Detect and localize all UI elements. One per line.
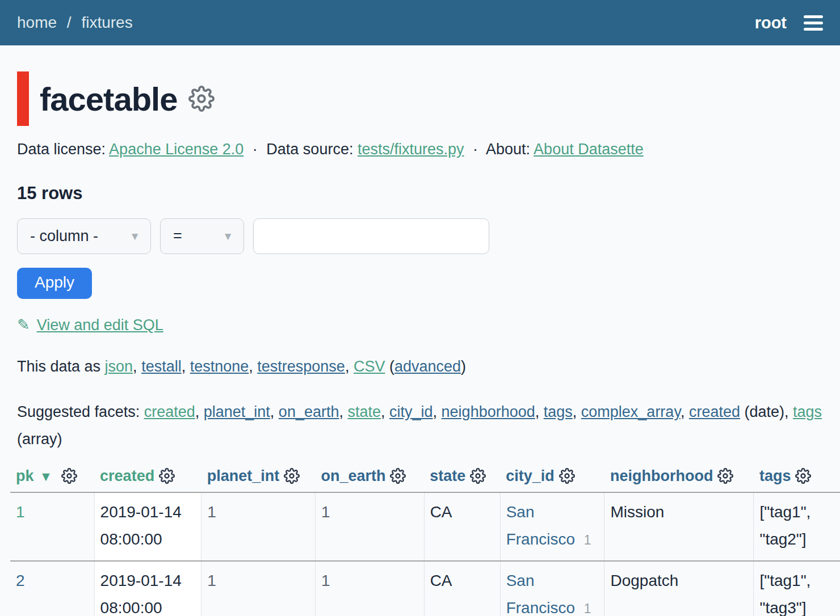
column-header-city_id: city_id bbox=[500, 464, 604, 492]
facet-link-tags[interactable]: tags bbox=[544, 403, 573, 420]
column-sort-link-tags[interactable]: tags bbox=[759, 467, 791, 484]
filter-operator-value: = bbox=[173, 227, 182, 245]
data-table: pk▼createdplanet_inton_earthstatecity_id… bbox=[10, 464, 840, 616]
separator-dot: · bbox=[473, 141, 478, 158]
cell-state: CA bbox=[424, 492, 500, 561]
cell-created: 2019-01-14 08:00:00 bbox=[94, 492, 201, 561]
cell-neighborhood: Mission bbox=[604, 492, 754, 561]
export-link-testresponse[interactable]: testresponse bbox=[257, 358, 345, 375]
filter-column-value: - column - bbox=[30, 227, 98, 245]
apply-button[interactable]: Apply bbox=[17, 268, 92, 299]
cell-value: 1 bbox=[207, 572, 216, 589]
row-link-city_id[interactable]: San Francisco bbox=[506, 572, 575, 616]
export-link-advanced[interactable]: advanced bbox=[394, 358, 461, 375]
table-header-row: pk▼createdplanet_inton_earthstatecity_id… bbox=[10, 464, 840, 492]
metadata-line: Data license: Apache License 2.0 · Data … bbox=[17, 141, 823, 158]
column-header-state: state bbox=[424, 464, 500, 492]
table-body: 12019-01-14 08:00:0011CASan Francisco 1M… bbox=[10, 492, 840, 616]
facet-link-tagsarray[interactable]: tags bbox=[793, 403, 822, 420]
chevron-down-icon: ▼ bbox=[129, 230, 140, 243]
export-link-json[interactable]: json bbox=[105, 358, 133, 375]
cell-state: CA bbox=[424, 561, 500, 616]
separator-dot: · bbox=[253, 141, 258, 158]
view-edit-sql-link[interactable]: View and edit SQL bbox=[37, 317, 163, 334]
export-link-testnone[interactable]: testnone bbox=[190, 358, 249, 375]
user-menu-link[interactable]: root bbox=[755, 14, 787, 32]
column-header-planet_int: planet_int bbox=[201, 464, 316, 492]
export-line: This data as json, testall, testnone, te… bbox=[17, 358, 823, 375]
column-sort-link-created[interactable]: created bbox=[100, 467, 154, 484]
gear-icon[interactable] bbox=[284, 468, 300, 484]
gear-icon[interactable] bbox=[61, 468, 77, 484]
facet-link-created[interactable]: created bbox=[144, 403, 195, 420]
filter-row: - column - ▼ = ▼ bbox=[17, 218, 823, 254]
column-header-pk: pk▼ bbox=[10, 464, 94, 492]
column-sort-link-pk[interactable]: pk bbox=[16, 467, 34, 484]
cell-planet_int: 1 bbox=[201, 492, 316, 561]
row-count: 15 rows bbox=[17, 183, 823, 204]
filter-operator-select[interactable]: = ▼ bbox=[160, 218, 244, 254]
facet-link-complex_array[interactable]: complex_array bbox=[581, 403, 681, 420]
page-title: facetable bbox=[40, 80, 177, 118]
cell-value: 1 bbox=[321, 503, 330, 521]
column-sort-link-state[interactable]: state bbox=[430, 467, 465, 484]
gear-icon[interactable] bbox=[188, 86, 215, 112]
facet-link-planet_int[interactable]: planet_int bbox=[204, 403, 270, 420]
breadcrumb: home / fixtures bbox=[17, 14, 133, 32]
breadcrumb-database[interactable]: fixtures bbox=[81, 14, 132, 31]
facet-link-city_id[interactable]: city_id bbox=[389, 403, 433, 420]
column-header-tags: tags bbox=[754, 464, 840, 492]
filter-value-input[interactable] bbox=[253, 218, 489, 254]
cell-city_id: San Francisco 1 bbox=[500, 561, 604, 616]
cell-planet_int: 1 bbox=[201, 561, 316, 616]
title-accent-bar bbox=[17, 71, 29, 126]
facet-link-state[interactable]: state bbox=[347, 403, 381, 420]
row-link-pk[interactable]: 2 bbox=[16, 572, 25, 589]
column-sort-link-city_id[interactable]: city_id bbox=[506, 467, 555, 484]
column-sort-link-planet_int[interactable]: planet_int bbox=[207, 467, 280, 484]
column-sort-link-on_earth[interactable]: on_earth bbox=[321, 467, 385, 484]
export-link-CSV[interactable]: CSV bbox=[354, 358, 385, 375]
license-link[interactable]: Apache License 2.0 bbox=[109, 141, 243, 158]
facet-link-on_earth[interactable]: on_earth bbox=[279, 403, 339, 420]
table-row: 12019-01-14 08:00:0011CASan Francisco 1M… bbox=[10, 492, 840, 561]
cell-value: 1 bbox=[207, 503, 216, 521]
sql-row: ✎View and edit SQL bbox=[17, 316, 823, 334]
cell-on_earth: 1 bbox=[315, 561, 424, 616]
facet-link-neighborhood[interactable]: neighborhood bbox=[442, 403, 535, 420]
gear-icon[interactable] bbox=[159, 468, 175, 484]
column-header-neighborhood: neighborhood bbox=[604, 464, 754, 492]
about-link[interactable]: About Datasette bbox=[534, 141, 644, 158]
pencil-icon: ✎ bbox=[17, 317, 30, 334]
cell-pk: 2 bbox=[10, 561, 94, 616]
gear-icon[interactable] bbox=[795, 468, 811, 484]
facet-link-createddate[interactable]: created bbox=[689, 403, 740, 420]
breadcrumb-separator: / bbox=[67, 14, 72, 31]
cell-pk: 1 bbox=[10, 492, 94, 561]
gear-icon[interactable] bbox=[559, 468, 575, 484]
column-sort-link-neighborhood[interactable]: neighborhood bbox=[610, 467, 713, 484]
gear-icon[interactable] bbox=[390, 468, 406, 484]
cell-value: 1 bbox=[321, 572, 330, 589]
raw-value-badge: 1 bbox=[584, 601, 591, 616]
gear-icon[interactable] bbox=[470, 468, 486, 484]
page-title-row: facetable bbox=[17, 71, 823, 126]
cell-city_id: San Francisco 1 bbox=[500, 492, 604, 561]
export-link-testall[interactable]: testall bbox=[141, 358, 182, 375]
cell-tags: ["tag1", "tag3"] bbox=[754, 561, 840, 616]
row-link-pk[interactable]: 1 bbox=[16, 503, 25, 521]
row-link-city_id[interactable]: San Francisco bbox=[506, 503, 575, 548]
filter-column-select[interactable]: - column - ▼ bbox=[17, 218, 151, 254]
table-row: 22019-01-14 08:00:0011CASan Francisco 1D… bbox=[10, 561, 840, 616]
license-label: Data license: bbox=[17, 141, 106, 158]
source-link[interactable]: tests/fixtures.py bbox=[358, 141, 464, 158]
gear-icon[interactable] bbox=[717, 468, 733, 484]
raw-value-badge: 1 bbox=[584, 533, 591, 547]
cell-created: 2019-01-14 08:00:00 bbox=[94, 561, 201, 616]
breadcrumb-home[interactable]: home bbox=[17, 14, 57, 31]
chevron-down-icon: ▼ bbox=[222, 230, 233, 243]
source-label: Data source: bbox=[266, 141, 353, 158]
sort-desc-icon: ▼ bbox=[40, 469, 53, 484]
suggested-facets-line: Suggested facets: created, planet_int, o… bbox=[17, 398, 823, 453]
hamburger-menu-icon[interactable] bbox=[804, 13, 823, 33]
